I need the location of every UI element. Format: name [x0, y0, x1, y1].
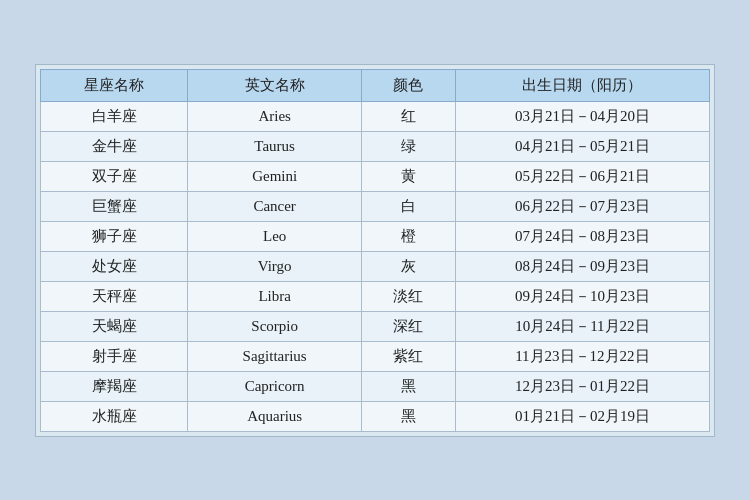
- zodiac-table-container: 星座名称 英文名称 颜色 出生日期（阳历） 白羊座Aries红03月21日－04…: [35, 64, 715, 437]
- cell-english: Libra: [188, 281, 362, 311]
- cell-chinese: 射手座: [41, 341, 188, 371]
- cell-color: 淡红: [362, 281, 456, 311]
- zodiac-table: 星座名称 英文名称 颜色 出生日期（阳历） 白羊座Aries红03月21日－04…: [40, 69, 710, 432]
- table-row: 处女座Virgo灰08月24日－09月23日: [41, 251, 710, 281]
- cell-color: 深红: [362, 311, 456, 341]
- cell-english: Sagittarius: [188, 341, 362, 371]
- cell-color: 橙: [362, 221, 456, 251]
- cell-chinese: 天秤座: [41, 281, 188, 311]
- table-row: 双子座Gemini黄05月22日－06月21日: [41, 161, 710, 191]
- cell-english: Capricorn: [188, 371, 362, 401]
- cell-english: Aries: [188, 101, 362, 131]
- cell-color: 白: [362, 191, 456, 221]
- cell-chinese: 水瓶座: [41, 401, 188, 431]
- cell-chinese: 摩羯座: [41, 371, 188, 401]
- cell-english: Cancer: [188, 191, 362, 221]
- table-body: 白羊座Aries红03月21日－04月20日金牛座Taurus绿04月21日－0…: [41, 101, 710, 431]
- cell-color: 黑: [362, 371, 456, 401]
- cell-date: 09月24日－10月23日: [455, 281, 709, 311]
- table-row: 白羊座Aries红03月21日－04月20日: [41, 101, 710, 131]
- table-row: 狮子座Leo橙07月24日－08月23日: [41, 221, 710, 251]
- table-row: 水瓶座Aquarius黑01月21日－02月19日: [41, 401, 710, 431]
- cell-date: 05月22日－06月21日: [455, 161, 709, 191]
- cell-color: 灰: [362, 251, 456, 281]
- cell-chinese: 双子座: [41, 161, 188, 191]
- table-row: 射手座Sagittarius紫红11月23日－12月22日: [41, 341, 710, 371]
- cell-english: Virgo: [188, 251, 362, 281]
- cell-date: 11月23日－12月22日: [455, 341, 709, 371]
- cell-chinese: 金牛座: [41, 131, 188, 161]
- cell-english: Aquarius: [188, 401, 362, 431]
- cell-color: 黑: [362, 401, 456, 431]
- table-row: 巨蟹座Cancer白06月22日－07月23日: [41, 191, 710, 221]
- table-row: 天秤座Libra淡红09月24日－10月23日: [41, 281, 710, 311]
- cell-english: Leo: [188, 221, 362, 251]
- table-row: 摩羯座Capricorn黑12月23日－01月22日: [41, 371, 710, 401]
- cell-english: Scorpio: [188, 311, 362, 341]
- cell-chinese: 狮子座: [41, 221, 188, 251]
- header-color: 颜色: [362, 69, 456, 101]
- cell-date: 04月21日－05月21日: [455, 131, 709, 161]
- cell-color: 绿: [362, 131, 456, 161]
- cell-chinese: 天蝎座: [41, 311, 188, 341]
- cell-date: 08月24日－09月23日: [455, 251, 709, 281]
- header-chinese: 星座名称: [41, 69, 188, 101]
- cell-chinese: 白羊座: [41, 101, 188, 131]
- cell-date: 07月24日－08月23日: [455, 221, 709, 251]
- cell-chinese: 巨蟹座: [41, 191, 188, 221]
- cell-color: 红: [362, 101, 456, 131]
- cell-date: 06月22日－07月23日: [455, 191, 709, 221]
- table-header-row: 星座名称 英文名称 颜色 出生日期（阳历）: [41, 69, 710, 101]
- table-row: 金牛座Taurus绿04月21日－05月21日: [41, 131, 710, 161]
- header-english: 英文名称: [188, 69, 362, 101]
- cell-color: 紫红: [362, 341, 456, 371]
- cell-date: 01月21日－02月19日: [455, 401, 709, 431]
- cell-date: 12月23日－01月22日: [455, 371, 709, 401]
- table-row: 天蝎座Scorpio深红10月24日－11月22日: [41, 311, 710, 341]
- cell-color: 黄: [362, 161, 456, 191]
- cell-date: 10月24日－11月22日: [455, 311, 709, 341]
- cell-english: Gemini: [188, 161, 362, 191]
- cell-date: 03月21日－04月20日: [455, 101, 709, 131]
- header-date: 出生日期（阳历）: [455, 69, 709, 101]
- cell-english: Taurus: [188, 131, 362, 161]
- cell-chinese: 处女座: [41, 251, 188, 281]
